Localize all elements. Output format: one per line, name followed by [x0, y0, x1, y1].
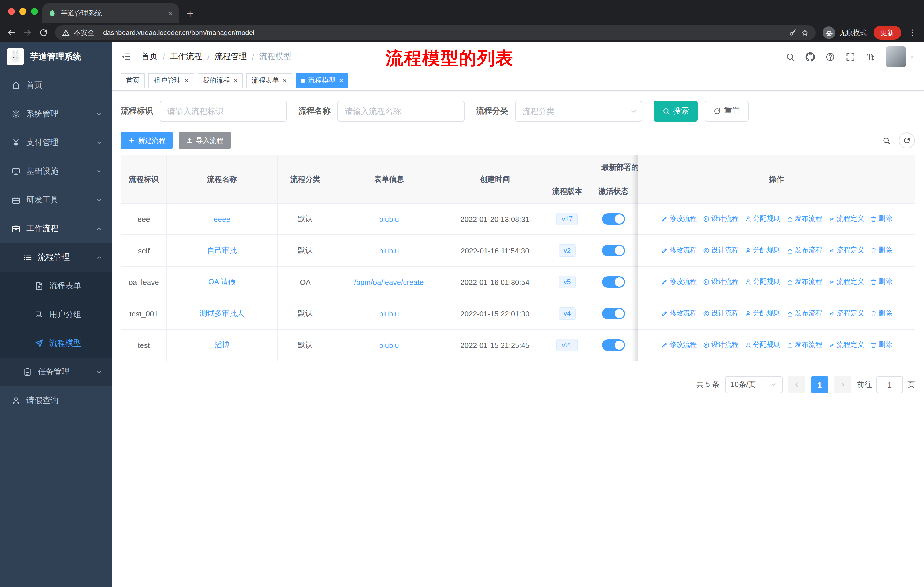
sidebar-item-process-form[interactable]: 流程表单 [0, 272, 112, 300]
form-info-link[interactable]: biubiu [379, 309, 399, 318]
close-icon[interactable]: × [185, 77, 189, 84]
action-definition[interactable]: 流程定义 [828, 309, 864, 318]
view-tag-process-form[interactable]: 流程表单× [246, 73, 292, 88]
reload-button[interactable] [39, 28, 48, 37]
view-tag-my-process[interactable]: 我的流程× [197, 73, 243, 88]
action-assign[interactable]: 分配规则 [744, 340, 780, 350]
version-badge[interactable]: v5 [558, 276, 576, 288]
action-publish[interactable]: 发布流程 [786, 277, 822, 287]
view-tag-tenant[interactable]: 租户管理× [148, 73, 194, 88]
action-assign[interactable]: 分配规则 [744, 246, 780, 255]
zoom-window-button[interactable] [31, 8, 38, 15]
breadcrumb-item[interactable]: 工作流程 [170, 51, 202, 62]
current-page[interactable]: 1 [811, 376, 828, 393]
sidebar-item-infra[interactable]: 基础设施 [0, 157, 112, 186]
version-badge[interactable]: v17 [556, 213, 578, 225]
process-name-link[interactable]: 滔博 [214, 341, 229, 349]
action-design[interactable]: 设计流程 [703, 340, 739, 350]
form-info-link[interactable]: biubiu [379, 246, 399, 255]
sidebar-item-workflow[interactable]: 工作流程 [0, 214, 112, 243]
action-assign[interactable]: 分配规则 [744, 309, 780, 318]
tab-close-icon[interactable]: × [168, 9, 173, 18]
import-process-button[interactable]: 导入流程 [179, 132, 231, 149]
action-publish[interactable]: 发布流程 [786, 340, 822, 350]
sidebar-item-payment[interactable]: 支付管理 [0, 128, 112, 157]
status-toggle[interactable] [602, 308, 625, 319]
action-assign[interactable]: 分配规则 [744, 214, 780, 224]
action-design[interactable]: 设计流程 [703, 214, 739, 224]
action-definition[interactable]: 流程定义 [828, 277, 864, 287]
process-name-link[interactable]: OA 请假 [208, 278, 236, 286]
refresh-table-button[interactable] [899, 132, 915, 149]
action-design[interactable]: 设计流程 [703, 246, 739, 255]
action-modify[interactable]: 修改流程 [661, 214, 697, 224]
action-modify[interactable]: 修改流程 [661, 309, 697, 318]
process-category-input[interactable] [515, 101, 642, 122]
form-info-link[interactable]: biubiu [379, 215, 399, 223]
sidebar-fold-button[interactable] [121, 51, 131, 62]
close-icon[interactable]: × [233, 77, 238, 84]
fullscreen-button[interactable] [845, 52, 855, 62]
action-publish[interactable]: 发布流程 [786, 246, 822, 255]
forward-button[interactable] [23, 28, 32, 37]
font-size-button[interactable] [866, 52, 875, 62]
address-bar[interactable]: 不安全 dashboard.yudao.iocoder.cn/bpm/manag… [55, 25, 816, 40]
action-design[interactable]: 设计流程 [703, 277, 739, 287]
action-delete[interactable]: 删除 [870, 277, 892, 287]
next-page-button[interactable] [834, 376, 851, 393]
sidebar-item-task-manage[interactable]: 任务管理 [0, 358, 112, 386]
sidebar-item-process-manage[interactable]: 流程管理 [0, 243, 112, 272]
security-warning-icon[interactable] [62, 29, 70, 37]
view-tag-home[interactable]: 首页 [121, 73, 145, 88]
version-badge[interactable]: v4 [558, 307, 576, 320]
sidebar-item-leave-query[interactable]: 请假查询 [0, 386, 112, 415]
action-definition[interactable]: 流程定义 [828, 246, 864, 255]
action-assign[interactable]: 分配规则 [744, 277, 780, 287]
action-delete[interactable]: 删除 [870, 340, 892, 350]
version-badge[interactable]: v21 [556, 339, 578, 351]
action-modify[interactable]: 修改流程 [661, 340, 697, 350]
version-badge[interactable]: v2 [558, 244, 576, 257]
update-button[interactable]: 更新 [874, 26, 901, 40]
close-icon[interactable]: × [282, 77, 287, 84]
status-toggle[interactable] [602, 245, 625, 256]
sidebar-item-system[interactable]: 系统管理 [0, 100, 112, 128]
process-name-input[interactable] [337, 101, 465, 122]
action-modify[interactable]: 修改流程 [661, 246, 697, 255]
action-definition[interactable]: 流程定义 [828, 340, 864, 350]
action-definition[interactable]: 流程定义 [828, 214, 864, 224]
password-key-icon[interactable] [789, 29, 797, 37]
bookmark-star-icon[interactable] [801, 29, 809, 37]
view-tag-process-model[interactable]: 流程模型× [295, 73, 348, 88]
back-button[interactable] [7, 28, 16, 37]
process-category-select[interactable] [515, 101, 642, 122]
new-tab-button[interactable]: + [187, 8, 193, 20]
page-size-select[interactable]: 10条/页 [725, 376, 782, 393]
process-name-link[interactable]: 测试多审批人 [200, 309, 244, 317]
status-toggle[interactable] [602, 339, 625, 351]
header-search-button[interactable] [785, 52, 795, 62]
browser-tab[interactable]: 芋道管理系统 × [42, 3, 179, 23]
create-process-button[interactable]: 新建流程 [121, 132, 173, 149]
action-design[interactable]: 设计流程 [703, 309, 739, 318]
minimize-window-button[interactable] [20, 8, 26, 15]
sidebar-item-devtools[interactable]: 研发工具 [0, 186, 112, 214]
status-toggle[interactable] [602, 213, 625, 225]
sidebar-item-user-group[interactable]: 用户分组 [0, 300, 112, 329]
action-publish[interactable]: 发布流程 [786, 214, 822, 224]
sidebar-item-home[interactable]: 首页 [0, 71, 112, 100]
action-delete[interactable]: 删除 [870, 309, 892, 318]
close-icon[interactable]: × [339, 77, 343, 84]
close-window-button[interactable] [8, 8, 15, 15]
action-publish[interactable]: 发布流程 [786, 309, 822, 318]
toggle-search-button[interactable] [882, 136, 891, 145]
browser-menu-button[interactable] [908, 28, 917, 37]
breadcrumb-item[interactable]: 流程管理 [215, 51, 247, 62]
github-button[interactable] [805, 52, 815, 62]
process-name-link[interactable]: eeee [214, 215, 230, 223]
app-logo[interactable]: 芋道管理系统 [0, 42, 112, 71]
process-id-input[interactable] [160, 101, 287, 122]
reset-button[interactable]: 重置 [705, 101, 749, 122]
search-button[interactable]: 搜索 [653, 101, 698, 122]
breadcrumb-item[interactable]: 首页 [142, 51, 158, 62]
